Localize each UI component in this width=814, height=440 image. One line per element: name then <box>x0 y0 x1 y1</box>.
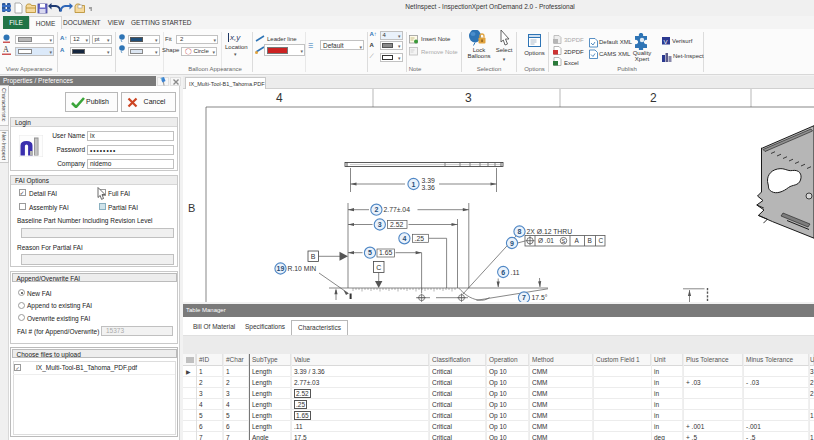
svg-text:C: C <box>376 264 381 271</box>
svg-text:2.52: 2.52 <box>390 221 403 228</box>
svg-text:B: B <box>311 253 316 260</box>
svg-text:9: 9 <box>510 240 514 247</box>
svg-text:17.5°: 17.5° <box>532 294 548 301</box>
svg-text:A: A <box>575 237 580 244</box>
svg-text:2X Ø.12 THRU: 2X Ø.12 THRU <box>527 228 573 235</box>
svg-text:4: 4 <box>276 91 283 105</box>
svg-text:.11: .11 <box>511 269 520 276</box>
svg-text:B: B <box>188 202 195 214</box>
svg-text:4: 4 <box>402 235 406 242</box>
svg-text:5: 5 <box>368 249 372 256</box>
svg-text:R.10 MIN: R.10 MIN <box>288 265 317 272</box>
svg-text:3.39: 3.39 <box>422 177 435 184</box>
svg-text:A: A <box>3 45 9 54</box>
svg-text:3: 3 <box>378 221 382 228</box>
svg-text:8: 8 <box>518 228 522 235</box>
svg-text:7: 7 <box>522 294 526 301</box>
svg-text:6: 6 <box>501 269 505 276</box>
svg-text:V: V <box>664 39 668 45</box>
svg-text:3: 3 <box>465 91 472 105</box>
svg-text:.25: .25 <box>415 235 425 242</box>
svg-text:2: 2 <box>374 206 378 213</box>
svg-text:1: 1 <box>412 181 416 188</box>
svg-text:2: 2 <box>650 91 657 105</box>
svg-text:Ø .01: Ø .01 <box>538 237 554 244</box>
svg-text:3.36: 3.36 <box>422 184 435 191</box>
svg-text:C: C <box>599 237 604 244</box>
svg-text:19: 19 <box>277 265 285 272</box>
svg-text:2.77±.04: 2.77±.04 <box>384 206 411 213</box>
svg-text:S: S <box>562 238 566 244</box>
svg-text:1.65: 1.65 <box>379 249 392 256</box>
svg-text:B: B <box>588 237 592 244</box>
